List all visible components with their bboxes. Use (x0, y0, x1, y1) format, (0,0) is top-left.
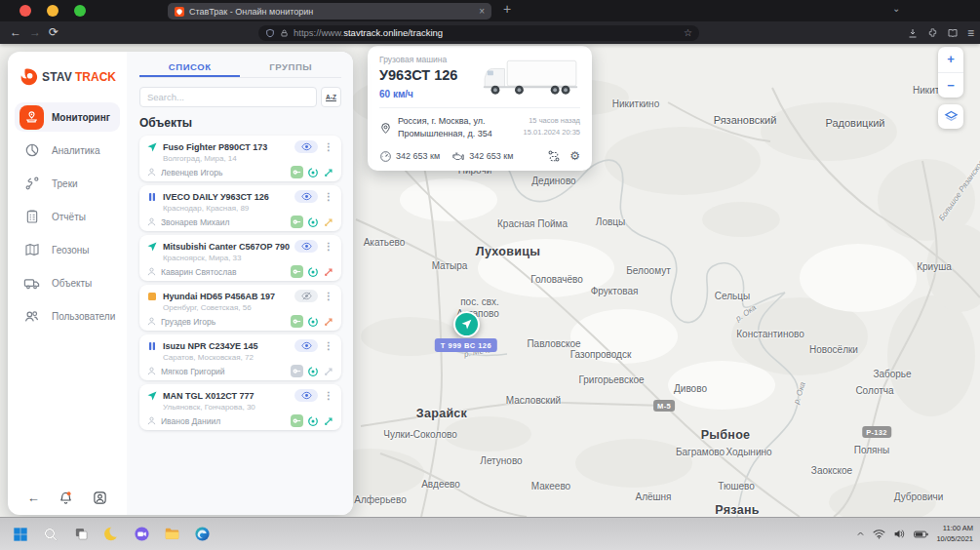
window-minimize-button[interactable] (47, 5, 59, 17)
connection-icon[interactable] (323, 167, 334, 178)
panel-tab[interactable]: ГРУППЫ (240, 58, 341, 77)
visibility-eye-icon[interactable] (294, 190, 318, 203)
url-bar[interactable]: https://www. stavtrack.online/tracking ☆ (258, 25, 699, 41)
vehicle-card[interactable]: Isuzu NPR С234УЕ 145 ⋮ Саратов, Московск… (139, 334, 341, 380)
ignition-icon[interactable] (307, 167, 319, 178)
account-icon[interactable] (93, 491, 107, 505)
zoom-out-button[interactable]: − (938, 73, 963, 98)
vehicle-card[interactable]: IVECO DAILY У963СТ 126 ⋮ Краснодар, Крас… (139, 185, 341, 231)
browser-tab[interactable]: СтавТрак - Онлайн мониторин × (168, 3, 491, 20)
sidebar-item-tracks[interactable]: Треки (15, 169, 120, 198)
map-place-label: Акатьево (364, 237, 406, 248)
taskbar-app-windows[interactable] (9, 523, 32, 546)
connection-icon[interactable] (323, 415, 334, 427)
sort-az-button[interactable]: A-Z (321, 87, 341, 107)
vehicle-card[interactable]: Mitsubishi Canter С567ОР 790 ⋮ Красноярс… (139, 235, 341, 281)
ignition-icon[interactable] (307, 316, 319, 328)
collapse-sidebar-icon[interactable]: ← (27, 491, 40, 505)
ignition-icon[interactable] (307, 366, 319, 377)
map-place-label: Луховицы (476, 245, 540, 258)
tab-list-chevron-icon[interactable]: ⌄ (892, 3, 900, 14)
sidebar-item-reports[interactable]: Отчёты (15, 202, 120, 231)
vehicle-address: Волгоград, Мира, 14 (163, 154, 334, 163)
more-options-icon[interactable]: ⋮ (323, 390, 334, 401)
new-tab-button[interactable]: + (503, 1, 511, 17)
visibility-eye-off-icon[interactable] (294, 290, 318, 302)
taskbar-app-edge[interactable] (190, 523, 214, 546)
shield-icon[interactable] (265, 28, 275, 38)
route-share-icon[interactable] (547, 149, 561, 163)
tray-chevron-up[interactable] (856, 530, 865, 538)
taskbar-app-folder[interactable] (160, 523, 183, 546)
extensions-icon[interactable] (927, 27, 938, 38)
sidebar-item-geozones[interactable]: Геозоны (15, 235, 120, 264)
vehicle-marker[interactable] (453, 311, 480, 337)
vehicle-card[interactable]: Fuso Fighter Р890СТ 173 ⋮ Волгоград, Мир… (139, 136, 341, 181)
ignition-icon[interactable] (307, 415, 319, 427)
back-button[interactable]: ← (10, 25, 21, 39)
taskbar-app-camera[interactable] (130, 523, 153, 546)
key-icon[interactable] (291, 315, 303, 328)
driver-icon (146, 216, 157, 227)
reading-list-icon[interactable] (947, 27, 959, 39)
downloads-icon[interactable] (907, 27, 919, 39)
navigation-arrow-icon (460, 318, 473, 331)
notifications-bell-icon[interactable] (59, 491, 73, 505)
visibility-eye-icon[interactable] (294, 339, 318, 352)
tab-title: СтавТрак - Онлайн мониторин (189, 7, 474, 17)
map-place-label: Фруктовая (591, 286, 639, 296)
sidebar-item-analytics[interactable]: Аналитика (15, 136, 120, 165)
taskbar-app-task-view[interactable] (69, 523, 93, 546)
key-icon[interactable] (291, 166, 303, 178)
vehicle-popup: Грузовая машина У963СТ 126 60 км/ч Росси… (368, 46, 592, 171)
more-options-icon[interactable]: ⋮ (323, 340, 334, 351)
taskbar-app-moon[interactable] (99, 523, 123, 546)
section-title: Объекты (139, 116, 341, 130)
vehicle-card[interactable]: Hyundai HD65 Р456АВ 197 ⋮ Оренбург, Сове… (139, 285, 341, 331)
gear-icon[interactable]: ⚙ (569, 149, 580, 163)
connection-icon[interactable] (323, 316, 334, 328)
tab-close-icon[interactable]: × (479, 6, 485, 17)
visibility-eye-icon[interactable] (294, 389, 318, 402)
tray-volume[interactable] (893, 529, 906, 539)
ignition-icon[interactable] (307, 266, 319, 278)
more-options-icon[interactable]: ⋮ (323, 141, 334, 152)
key-icon[interactable] (291, 216, 303, 228)
connection-icon[interactable] (323, 216, 334, 228)
lock-icon[interactable] (280, 28, 289, 38)
taskbar-app-search[interactable] (39, 523, 62, 546)
more-options-icon[interactable]: ⋮ (323, 191, 334, 202)
tray-battery[interactable] (914, 530, 928, 539)
zoom-in-button[interactable]: + (938, 47, 963, 73)
more-options-icon[interactable]: ⋮ (323, 291, 334, 301)
tray-wifi[interactable] (873, 529, 885, 539)
connection-icon[interactable] (323, 366, 334, 377)
reload-button[interactable]: ⟳ (49, 25, 59, 39)
key-icon[interactable] (291, 265, 303, 278)
forward-button[interactable]: → (29, 25, 41, 39)
visibility-eye-icon[interactable] (294, 240, 318, 253)
window-close-button[interactable] (20, 5, 31, 17)
sidebar-item-objects[interactable]: Объекты (15, 268, 120, 297)
taskbar-clock[interactable]: 11:00 AM 10/05/2021 (936, 524, 973, 545)
vehicle-marker-plate[interactable]: Т 999 ВС 126 (435, 338, 497, 352)
search-input[interactable] (139, 87, 317, 107)
sidebar-item-users[interactable]: Пользователи (15, 301, 120, 331)
key-icon[interactable] (291, 365, 303, 377)
sidebar-item-label: Геозоны (52, 245, 90, 255)
visibility-eye-icon[interactable] (294, 140, 318, 153)
connection-icon[interactable] (323, 266, 334, 278)
vehicle-card[interactable]: MAN TGL Х012СТ 777 ⋮ Ульяновск, Гончаров… (139, 384, 341, 430)
menu-icon[interactable]: ≡ (967, 26, 974, 40)
panel-tab[interactable]: СПИСОК (139, 58, 241, 77)
map-place-label: Газопроводск (570, 349, 632, 360)
key-icon[interactable] (291, 414, 303, 427)
window-maximize-button[interactable] (74, 5, 86, 17)
sidebar-item-monitoring[interactable]: Мониторинг (15, 102, 120, 132)
map-layers-button[interactable] (938, 104, 963, 129)
more-options-icon[interactable]: ⋮ (323, 241, 334, 252)
bookmark-star-icon[interactable]: ☆ (684, 27, 692, 38)
sidebar-item-icon (20, 172, 44, 196)
ignition-icon[interactable] (307, 216, 319, 228)
clock-date: 10/05/2021 (936, 534, 973, 545)
